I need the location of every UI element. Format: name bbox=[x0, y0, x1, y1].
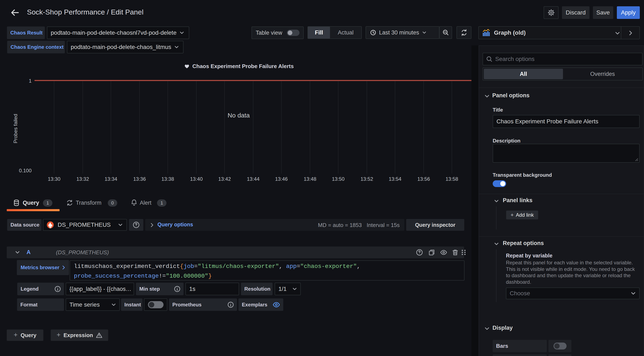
svg-text:13:52: 13:52 bbox=[360, 176, 373, 182]
svg-text:13:48: 13:48 bbox=[304, 176, 316, 182]
svg-text:13:54: 13:54 bbox=[389, 176, 401, 182]
svg-text:13:44: 13:44 bbox=[247, 176, 260, 182]
svg-text:13:32: 13:32 bbox=[76, 176, 89, 182]
svg-text:13:34: 13:34 bbox=[104, 176, 117, 182]
svg-text:13:30: 13:30 bbox=[48, 176, 60, 182]
svg-text:13:56: 13:56 bbox=[417, 176, 430, 182]
svg-text:13:36: 13:36 bbox=[133, 176, 146, 182]
svg-text:13:58: 13:58 bbox=[446, 176, 458, 182]
svg-text:13:42: 13:42 bbox=[218, 176, 231, 182]
svg-text:13:50: 13:50 bbox=[332, 176, 344, 182]
svg-text:13:40: 13:40 bbox=[190, 176, 203, 182]
svg-text:13:38: 13:38 bbox=[162, 176, 174, 182]
svg-text:13:46: 13:46 bbox=[275, 176, 288, 182]
